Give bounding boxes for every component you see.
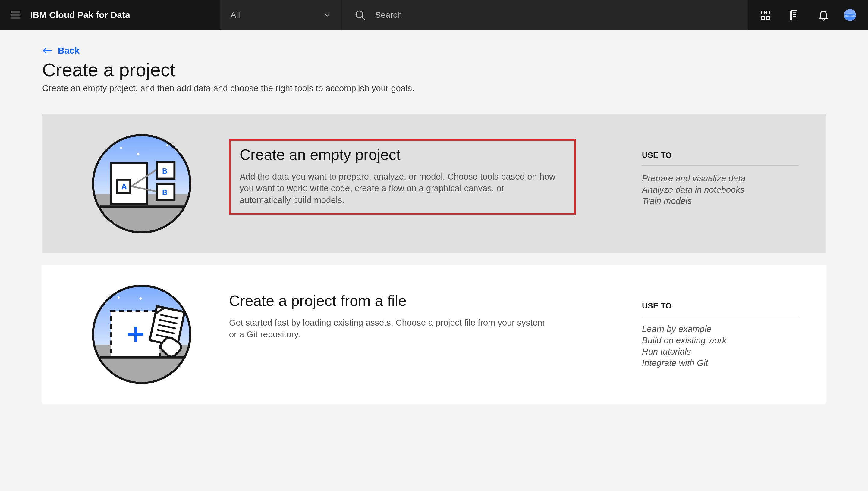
- useto-item: Learn by example: [642, 323, 799, 335]
- svg-rect-7: [761, 16, 764, 19]
- svg-point-22: [166, 144, 168, 146]
- back-link[interactable]: Back: [42, 45, 80, 56]
- avatar-icon: [844, 9, 856, 21]
- svg-point-16: [844, 16, 856, 20]
- card-create-empty-project[interactable]: A B B: [42, 114, 826, 253]
- useto-item: Prepare and visualize data: [642, 173, 799, 184]
- page-title: Create a project: [42, 59, 826, 80]
- card-title: Create a project from a file: [229, 292, 606, 310]
- file-project-illustration: [78, 283, 205, 385]
- notifications-button[interactable]: [809, 0, 838, 30]
- page-subtitle: Create an empty project, and then add da…: [42, 83, 826, 93]
- top-bar: IBM Cloud Pak for Data All Search: [0, 0, 868, 30]
- hamburger-icon: [9, 9, 21, 21]
- main-content: Back Create a project Create an empty pr…: [0, 30, 868, 404]
- svg-point-21: [120, 147, 122, 149]
- app-switcher-button[interactable]: [751, 0, 780, 30]
- svg-rect-6: [767, 11, 770, 14]
- card-description: Get started fast by loading existing ass…: [229, 317, 545, 340]
- scope-dropdown-label: All: [230, 10, 240, 20]
- useto-heading: USE TO: [642, 151, 799, 166]
- svg-text:A: A: [121, 182, 127, 191]
- useto-item: Integrate with Git: [642, 357, 799, 369]
- card-create-from-file[interactable]: Create a project from a file Get started…: [42, 265, 826, 404]
- highlighted-option: Create an empty project Add the data you…: [229, 139, 576, 215]
- svg-rect-5: [761, 11, 764, 14]
- svg-point-35: [117, 296, 120, 298]
- useto-heading: USE TO: [642, 301, 799, 316]
- clipboard-icon: [788, 9, 801, 21]
- useto-item: Run tutorials: [642, 346, 799, 357]
- useto-panel: USE TO Prepare and visualize data Analyz…: [618, 133, 799, 235]
- svg-rect-8: [767, 16, 770, 19]
- search-placeholder: Search: [375, 10, 402, 20]
- svg-point-15: [844, 13, 856, 16]
- hamburger-menu[interactable]: [0, 0, 30, 30]
- svg-line-4: [362, 17, 365, 20]
- scope-dropdown[interactable]: All: [220, 0, 342, 30]
- chevron-down-icon: [323, 11, 332, 19]
- svg-text:B: B: [162, 167, 167, 175]
- card-title: Create an empty project: [240, 146, 565, 164]
- card-description: Add the data you want to prepare, analyz…: [240, 171, 556, 206]
- card-body: Create an empty project Add the data you…: [205, 133, 618, 235]
- clipboard-button[interactable]: [780, 0, 809, 30]
- search-box[interactable]: Search: [342, 0, 748, 30]
- arrow-left-icon: [42, 45, 53, 56]
- product-title[interactable]: IBM Cloud Pak for Data: [30, 10, 220, 20]
- topbar-actions: [748, 0, 868, 30]
- app-switcher-icon: [759, 9, 772, 21]
- user-avatar[interactable]: [838, 0, 865, 30]
- svg-text:B: B: [162, 188, 167, 196]
- empty-project-illustration: A B B: [78, 133, 205, 235]
- back-link-label: Back: [58, 46, 80, 56]
- useto-item: Analyze data in notebooks: [642, 184, 799, 196]
- search-icon: [351, 9, 369, 21]
- useto-item: Train models: [642, 196, 799, 207]
- useto-panel: USE TO Learn by example Build on existin…: [618, 283, 799, 385]
- svg-point-3: [356, 11, 363, 18]
- card-body: Create a project from a file Get started…: [205, 283, 618, 385]
- useto-item: Build on existing work: [642, 335, 799, 346]
- bell-icon: [817, 9, 830, 21]
